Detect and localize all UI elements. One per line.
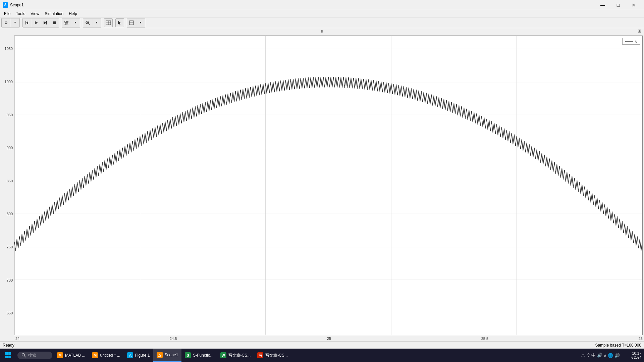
y-tick-750: 750 bbox=[7, 245, 13, 249]
x-tick-26: 26 bbox=[639, 337, 643, 341]
x-tick-25-5: 25.5 bbox=[481, 337, 488, 341]
volume-icon: 🔊 bbox=[614, 353, 620, 358]
legend-label: u bbox=[635, 39, 637, 43]
toolbar: ▼ ▼ bbox=[0, 17, 644, 28]
x-tick-24-5: 24.5 bbox=[170, 337, 177, 341]
toolbar-config-group: ▼ bbox=[62, 18, 80, 27]
taskbar-label-4: S-Functio... bbox=[193, 353, 213, 358]
y-tick-700: 700 bbox=[7, 278, 13, 282]
legend-line bbox=[625, 41, 633, 42]
taskbar-item-5[interactable]: W 写文章-CS... bbox=[217, 349, 254, 362]
svg-line-15 bbox=[88, 23, 90, 25]
svg-rect-7 bbox=[53, 21, 56, 24]
channel-u-label: u bbox=[321, 29, 323, 34]
taskbar: M MATLAB ... M untitled * ... △ Figure 1… bbox=[0, 349, 644, 362]
svg-point-43 bbox=[22, 354, 25, 356]
svg-rect-40 bbox=[8, 352, 11, 355]
plot-svg bbox=[14, 36, 642, 335]
systray-more[interactable]: ∧ bbox=[604, 353, 606, 358]
legend: u bbox=[622, 38, 640, 45]
close-button[interactable]: ✕ bbox=[626, 0, 641, 10]
layout-dropdown-button[interactable]: ▼ bbox=[136, 18, 145, 27]
x-axis: 24 24.5 25 25.5 26 bbox=[15, 337, 644, 341]
maximize-button[interactable]: □ bbox=[610, 0, 626, 10]
toolbar-zoom-group: ▼ bbox=[83, 18, 101, 27]
plot-canvas: u bbox=[14, 36, 643, 335]
settings-button[interactable] bbox=[2, 18, 10, 27]
search-input[interactable] bbox=[28, 353, 48, 358]
scope-icon: S bbox=[3, 2, 8, 8]
x-tick-25: 25 bbox=[327, 337, 331, 341]
y-tick-900: 900 bbox=[7, 146, 13, 150]
svg-point-12 bbox=[66, 22, 68, 23]
taskbar-label-6: 写文章-CS... bbox=[265, 353, 288, 358]
search-icon bbox=[21, 353, 26, 358]
run-back-button[interactable] bbox=[23, 18, 32, 27]
menu-simulation[interactable]: Simulation bbox=[42, 11, 66, 17]
svg-rect-6 bbox=[46, 21, 47, 24]
untitled-icon: M bbox=[92, 352, 98, 358]
taskbar-item-1[interactable]: M untitled * ... bbox=[89, 349, 123, 362]
y-tick-650: 650 bbox=[7, 311, 13, 315]
settings-dropdown-button[interactable]: ▼ bbox=[11, 18, 19, 27]
svg-rect-42 bbox=[8, 356, 11, 358]
matlab-icon: M bbox=[57, 352, 63, 358]
menu-view[interactable]: View bbox=[28, 11, 42, 17]
toolbar-sim-group bbox=[22, 18, 59, 27]
minimize-button[interactable]: — bbox=[595, 0, 610, 10]
status-left: Ready bbox=[3, 343, 14, 348]
titlebar-controls: — □ ✕ bbox=[595, 0, 641, 10]
taskbar-label-1: untitled * ... bbox=[100, 353, 120, 358]
zigzag-main-signal bbox=[14, 77, 642, 251]
fit-button[interactable] bbox=[104, 18, 113, 27]
svg-rect-39 bbox=[5, 352, 8, 355]
channel-label: u ⊞ bbox=[0, 28, 644, 34]
step-button[interactable] bbox=[41, 18, 50, 27]
taskbar-item-0[interactable]: M MATLAB ... bbox=[54, 349, 89, 362]
svg-marker-4 bbox=[35, 21, 38, 24]
status-right: Sample based T=100.000 bbox=[595, 343, 641, 348]
taskbar-item-2[interactable]: △ Figure 1 bbox=[124, 349, 153, 362]
windows-logo-icon bbox=[5, 352, 11, 359]
taskbar-item-6[interactable]: 写 写文章-CS... bbox=[254, 349, 291, 362]
y-tick-1000: 1000 bbox=[5, 80, 13, 84]
y-tick-950: 950 bbox=[7, 113, 13, 117]
taskbar-search[interactable] bbox=[17, 352, 52, 359]
play-button[interactable] bbox=[32, 18, 41, 27]
taskbar-label-5: 写文章-CS... bbox=[228, 353, 251, 358]
config-button[interactable] bbox=[62, 18, 71, 27]
x-tick-24: 24 bbox=[15, 337, 19, 341]
menu-help[interactable]: Help bbox=[66, 11, 80, 17]
layout-button[interactable] bbox=[127, 18, 136, 27]
expand-button[interactable]: ⊞ bbox=[637, 28, 642, 34]
svg-point-11 bbox=[65, 21, 66, 22]
cursor-button[interactable] bbox=[115, 18, 124, 27]
taskbar-item-4[interactable]: S S-Functio... bbox=[181, 349, 217, 362]
svg-marker-5 bbox=[44, 21, 46, 24]
systray-icons: △ ⇧ 中 🔊 bbox=[581, 352, 602, 358]
start-button[interactable] bbox=[0, 349, 16, 362]
menu-file[interactable]: File bbox=[1, 11, 13, 17]
config-dropdown-button[interactable]: ▼ bbox=[71, 18, 80, 27]
scope1-icon: △ bbox=[157, 352, 163, 358]
menu-tools[interactable]: Tools bbox=[13, 11, 28, 17]
titlebar: S Scope1 — □ ✕ bbox=[0, 0, 644, 10]
taskbar-label-2: Figure 1 bbox=[135, 353, 150, 358]
svg-rect-3 bbox=[25, 21, 26, 24]
svg-marker-21 bbox=[118, 21, 121, 25]
svg-line-44 bbox=[24, 356, 26, 358]
zoom-dropdown-button[interactable]: ▼ bbox=[92, 18, 101, 27]
svg-rect-41 bbox=[5, 356, 8, 358]
stop-button[interactable] bbox=[50, 18, 59, 27]
zoom-button[interactable] bbox=[83, 18, 92, 27]
y-tick-800: 800 bbox=[7, 212, 13, 216]
sfunc-icon: S bbox=[185, 352, 191, 358]
systray: △ ⇧ 中 🔊 ∧ 🌐 🔊 10:17π 2024 bbox=[578, 351, 644, 359]
figure-icon: △ bbox=[127, 352, 133, 358]
svg-marker-2 bbox=[26, 21, 28, 24]
svg-point-1 bbox=[6, 22, 6, 23]
toolbar-settings-group: ▼ bbox=[1, 18, 20, 27]
toolbar-layout-group: ▼ bbox=[127, 18, 145, 27]
clock: 10:17π 2024 bbox=[621, 351, 641, 359]
taskbar-item-3[interactable]: △ Scope1 bbox=[153, 349, 182, 362]
